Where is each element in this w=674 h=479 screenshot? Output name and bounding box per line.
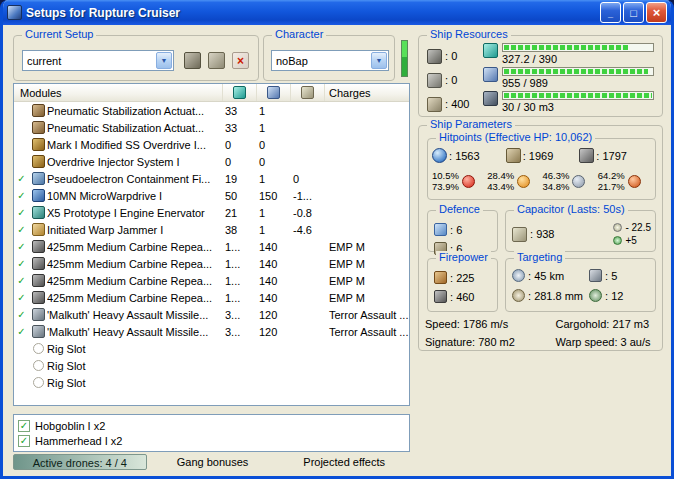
module-active-check-icon[interactable] [14,326,29,337]
character-select[interactable]: noBap ▼ [271,50,389,71]
module-cpu-value: 1... [223,275,257,287]
charges-header-label[interactable]: Charges [325,87,409,99]
bottom-tab[interactable]: Gang bonuses [147,454,279,470]
ship-parameters-group: Ship Parameters Hitpoints (Effective HP:… [418,125,663,351]
drone-checkbox[interactable] [18,435,30,447]
targeting-cell: 5 [589,269,653,282]
ship-stats: Speed: 1786 m/s Cargohold: 217 m3 Signat… [425,318,660,348]
module-cpu-value: 50 [223,190,257,202]
range-icon [512,269,525,282]
nano-icon [32,121,45,134]
module-active-check-icon[interactable] [14,173,29,184]
bottom-tab[interactable]: Projected effects [278,454,410,470]
turret-icon [427,49,442,64]
targeting-cell: 12 [589,289,653,302]
launcherhp-icon [427,73,442,88]
module-row[interactable]: Mark I Modified SS Overdrive I... 0 0 [14,136,409,153]
cpu-icon [483,43,498,58]
module-name: 425mm Medium Carbine Repea... [47,292,223,304]
drone-checkbox[interactable] [18,420,30,432]
module-cpu-value: 19 [223,173,257,185]
module-active-check-icon[interactable] [14,207,29,218]
rig-icon [33,377,44,388]
close-button[interactable]: × [646,2,667,23]
armor-icon [506,148,521,163]
module-row[interactable]: Initiated Warp Jammer I 38 1 -4.6 [14,221,409,238]
setups-window: Setups for Rupture Cruiser _ □ × Current… [0,0,674,479]
module-powergrid-value: 1 [257,224,291,236]
shield-resist-value: 10.5% [432,170,459,181]
minimize-button[interactable]: _ [600,2,621,23]
module-row[interactable]: 425mm Medium Carbine Repea... 1... 140 E… [14,272,409,289]
drone-row[interactable]: Hammerhead I x2 [18,433,405,448]
firepower-label: Firepower [436,251,491,263]
module-cpu-value: 0 [223,156,257,168]
new-setup-icon[interactable] [184,52,201,69]
module-row[interactable]: Rig Slot [14,374,409,391]
cap-recharge-icon [613,236,622,245]
module-name: X5 Prototype I Engine Enervator [47,207,223,219]
hitpoints-label: Hitpoints (Effective HP: 10,062) [436,131,595,143]
hardpoints-column: 0 0 400 [427,44,469,116]
module-row[interactable]: 425mm Medium Carbine Repea... 1... 140 E… [14,255,409,272]
module-active-check-icon[interactable] [14,258,29,269]
resource-bar [502,43,654,52]
module-row[interactable]: 425mm Medium Carbine Repea... 1... 140 E… [14,238,409,255]
capacitor-column-header[interactable] [291,84,325,101]
shield-icon [432,148,447,163]
maximize-button[interactable]: □ [623,2,644,23]
module-row[interactable]: 10MN MicroWarpdrive I 50 150 -1... [14,187,409,204]
titlebar[interactable]: Setups for Rupture Cruiser _ □ × [3,0,671,25]
chevron-down-icon[interactable]: ▼ [371,52,387,69]
kinetic-icon [572,175,585,188]
module-cpu-value: 1... [223,258,257,270]
module-row[interactable]: Rig Slot [14,357,409,374]
module-row[interactable]: 'Malkuth' Heavy Assault Missile... 3... … [14,306,409,323]
cap-drain-icon [613,223,622,232]
module-powergrid-value: 1 [257,122,291,134]
module-active-check-icon[interactable] [14,241,29,252]
powergrid-column-header[interactable] [257,84,291,101]
ship-resources-label: Ship Resources [427,28,511,40]
targeting-value: 281.8 mm [528,290,583,302]
gun-icon [32,291,45,304]
module-active-check-icon[interactable] [14,224,29,235]
module-capacitor-value: -0.8 [291,207,325,219]
hitpoint-cell: 1563 [432,148,506,163]
delete-setup-icon[interactable]: × [232,52,249,69]
rig-icon [33,343,44,354]
module-powergrid-value: 1 [257,207,291,219]
volley-icon [434,271,447,284]
powergrid-icon [267,86,280,99]
module-cpu-value: 33 [223,105,257,117]
module-row[interactable]: X5 Prototype I Engine Enervator 21 1 -0.… [14,204,409,221]
targeting-value: 45 km [528,270,564,282]
module-row[interactable]: Pneumatic Stabilization Actuat... 33 1 [14,119,409,136]
cpu-column-header[interactable] [223,84,257,101]
module-name: Rig Slot [47,377,223,389]
module-row[interactable]: Overdrive Injector System I 0 0 [14,153,409,170]
modules-header-label[interactable]: Modules [14,84,223,101]
save-setup-icon[interactable] [208,52,225,69]
module-charge: EMP M [325,292,409,304]
shieldext-icon [32,172,45,185]
chevron-down-icon[interactable]: ▼ [156,52,172,69]
module-row[interactable]: 'Malkuth' Heavy Assault Missile... 3... … [14,323,409,340]
bottom-tab[interactable]: Active drones: 4 / 4 [13,454,147,470]
ship-stat: Signature: 780 m2 [425,336,556,348]
module-powergrid-value: 120 [257,326,291,338]
thermal-icon [628,175,641,188]
drone-label: Hobgoblin I x2 [35,420,105,432]
module-row[interactable]: Pseudoelectron Containment Fi... 19 1 0 [14,170,409,187]
module-active-check-icon[interactable] [14,190,29,201]
module-active-check-icon[interactable] [14,275,29,286]
drone-row[interactable]: Hobgoblin I x2 [18,418,405,433]
module-cpu-value: 38 [223,224,257,236]
module-row[interactable]: 425mm Medium Carbine Repea... 1... 140 E… [14,289,409,306]
module-active-check-icon[interactable] [14,292,29,303]
current-setup-select[interactable]: current ▼ [22,50,174,71]
module-active-check-icon[interactable] [14,309,29,320]
module-cpu-value: 3... [223,326,257,338]
module-row[interactable]: Rig Slot [14,340,409,357]
module-row[interactable]: Pneumatic Stabilization Actuat... 33 1 [14,102,409,119]
